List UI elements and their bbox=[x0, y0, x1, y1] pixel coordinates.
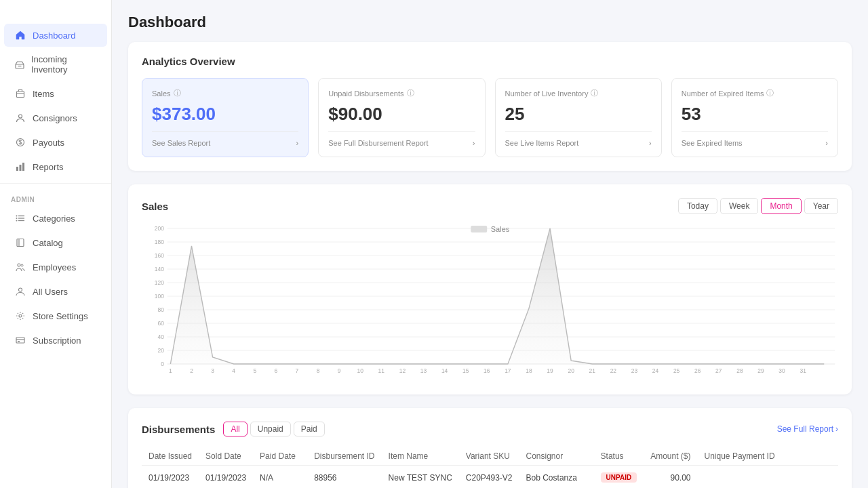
svg-point-18 bbox=[19, 314, 22, 317]
svg-text:25: 25 bbox=[673, 367, 680, 374]
sidebar-item-categories-label: Categories bbox=[33, 214, 75, 224]
chevron-right-icon-sales: › bbox=[296, 139, 299, 147]
chevron-right-icon-expired: › bbox=[825, 139, 828, 147]
cell-paid-date: N/A bbox=[253, 466, 307, 489]
chevron-right-icon-live: › bbox=[649, 139, 652, 147]
cell-variant-sku: C20P493-V2 bbox=[459, 466, 519, 489]
cell-status: UNPAID bbox=[594, 466, 644, 489]
col-sold-date: Sold Date bbox=[199, 447, 253, 466]
svg-text:14: 14 bbox=[441, 367, 448, 374]
status-badge: UNPAID bbox=[601, 472, 637, 483]
svg-point-10 bbox=[16, 216, 18, 217]
sidebar-item-incoming-inventory[interactable]: Incoming Inventory bbox=[4, 48, 107, 81]
chevron-right-icon-unpaid: › bbox=[473, 139, 475, 147]
svg-text:60: 60 bbox=[158, 320, 165, 327]
svg-text:160: 160 bbox=[155, 252, 164, 259]
svg-text:1: 1 bbox=[169, 367, 172, 374]
sidebar-item-catalog-label: Catalog bbox=[33, 238, 63, 248]
svg-rect-4 bbox=[16, 167, 18, 171]
cell-item-name: New TEST SYNC bbox=[382, 466, 459, 489]
metric-card-sales: Sales ⓘ $373.00 See Sales Report › bbox=[142, 78, 309, 157]
chart-legend-label: Sales bbox=[491, 225, 510, 233]
disbursements-table: Date Issued Sold Date Paid Date Disburse… bbox=[142, 447, 838, 488]
col-amount: Amount ($) bbox=[644, 447, 697, 466]
sidebar-item-store-settings-label: Store Settings bbox=[33, 311, 88, 321]
svg-rect-6 bbox=[22, 163, 24, 171]
svg-text:11: 11 bbox=[378, 367, 385, 374]
sidebar-item-subscription-label: Subscription bbox=[33, 336, 81, 346]
chevron-right-icon-report: › bbox=[835, 424, 838, 434]
svg-point-2 bbox=[19, 115, 22, 118]
disbursements-card: Disbursements All Unpaid Paid See Full R… bbox=[128, 408, 852, 488]
filter-btn-all[interactable]: All bbox=[223, 422, 247, 436]
sidebar-item-consignors-label: Consignors bbox=[33, 113, 77, 123]
metric-link-expired[interactable]: See Expired Items › bbox=[682, 131, 828, 147]
info-icon-sales: ⓘ bbox=[174, 88, 181, 98]
svg-text:80: 80 bbox=[158, 306, 165, 313]
info-icon-unpaid: ⓘ bbox=[407, 88, 414, 98]
metric-label-unpaid: Unpaid Disbursements ⓘ bbox=[328, 88, 475, 98]
cell-consignor: Bob Costanza bbox=[519, 466, 594, 489]
chart-area: Sales 0 20 40 60 80 bbox=[142, 225, 838, 381]
sidebar-item-incoming-inventory-label: Incoming Inventory bbox=[31, 54, 96, 75]
svg-text:31: 31 bbox=[800, 367, 806, 374]
analytics-grid: Sales ⓘ $373.00 See Sales Report › Unpai… bbox=[142, 78, 838, 157]
svg-text:4: 4 bbox=[232, 367, 235, 374]
svg-text:12: 12 bbox=[399, 367, 406, 374]
period-btn-week[interactable]: Week bbox=[720, 198, 758, 214]
chart-svg: 0 20 40 60 80 100 120 140 160 180 200 bbox=[142, 225, 838, 374]
svg-point-16 bbox=[21, 264, 23, 266]
filter-btn-paid[interactable]: Paid bbox=[294, 422, 325, 436]
home-icon bbox=[15, 30, 26, 41]
chart-period-buttons: Today Week Month Year bbox=[678, 198, 838, 214]
sidebar-item-reports[interactable]: Reports bbox=[4, 155, 107, 178]
sidebar-item-all-users[interactable]: All Users bbox=[4, 280, 107, 303]
col-disbursement-id: Disbursement ID bbox=[307, 447, 381, 466]
svg-text:13: 13 bbox=[420, 367, 427, 374]
svg-text:26: 26 bbox=[694, 367, 701, 374]
svg-point-12 bbox=[16, 220, 18, 222]
metric-label-sales: Sales ⓘ bbox=[152, 88, 298, 98]
gear-icon bbox=[15, 310, 26, 321]
main-content: Dashboard Analytics Overview Sales ⓘ $37… bbox=[112, 0, 868, 488]
sidebar-item-catalog[interactable]: Catalog bbox=[4, 231, 107, 254]
metric-link-sales[interactable]: See Sales Report › bbox=[152, 131, 298, 147]
svg-rect-5 bbox=[20, 165, 22, 171]
filter-btn-unpaid[interactable]: Unpaid bbox=[250, 422, 291, 436]
svg-text:19: 19 bbox=[547, 367, 553, 374]
sidebar-item-categories[interactable]: Categories bbox=[4, 207, 107, 230]
col-date-issued: Date Issued bbox=[142, 447, 199, 466]
cell-amount: 90.00 bbox=[644, 466, 697, 489]
sidebar: Dashboard Incoming Inventory Items bbox=[0, 0, 112, 488]
svg-rect-1 bbox=[17, 92, 24, 98]
book-icon bbox=[15, 237, 26, 248]
period-btn-year[interactable]: Year bbox=[804, 198, 838, 214]
sidebar-item-items[interactable]: Items bbox=[4, 82, 107, 105]
disbursements-filter-buttons: All Unpaid Paid bbox=[223, 422, 324, 436]
metric-value-live: 25 bbox=[505, 104, 652, 125]
sidebar-item-dashboard[interactable]: Dashboard bbox=[4, 24, 107, 47]
list-icon bbox=[15, 213, 26, 224]
sidebar-item-consignors[interactable]: Consignors bbox=[4, 106, 107, 129]
period-btn-month[interactable]: Month bbox=[761, 198, 801, 214]
svg-point-11 bbox=[16, 218, 18, 219]
metric-link-unpaid[interactable]: See Full Disbursement Report › bbox=[328, 131, 475, 147]
svg-text:28: 28 bbox=[736, 367, 743, 374]
chart-icon bbox=[15, 161, 26, 172]
see-full-report-link[interactable]: See Full Report › bbox=[777, 424, 838, 434]
svg-text:23: 23 bbox=[631, 367, 638, 374]
sidebar-item-subscription[interactable]: Subscription bbox=[4, 329, 107, 352]
page-title: Dashboard bbox=[128, 14, 852, 31]
svg-text:29: 29 bbox=[757, 367, 764, 374]
svg-text:7: 7 bbox=[296, 367, 299, 374]
sidebar-item-store-settings[interactable]: Store Settings bbox=[4, 304, 107, 327]
metric-link-live[interactable]: See Live Items Report › bbox=[505, 131, 652, 147]
svg-text:3: 3 bbox=[211, 367, 214, 374]
metric-value-unpaid: $90.00 bbox=[328, 104, 475, 125]
sidebar-item-payouts[interactable]: Payouts bbox=[4, 131, 107, 154]
svg-text:15: 15 bbox=[462, 367, 469, 374]
svg-text:9: 9 bbox=[338, 367, 341, 374]
table-header-row: Date Issued Sold Date Paid Date Disburse… bbox=[142, 447, 838, 466]
period-btn-today[interactable]: Today bbox=[678, 198, 717, 214]
sidebar-item-employees[interactable]: Employees bbox=[4, 256, 107, 279]
